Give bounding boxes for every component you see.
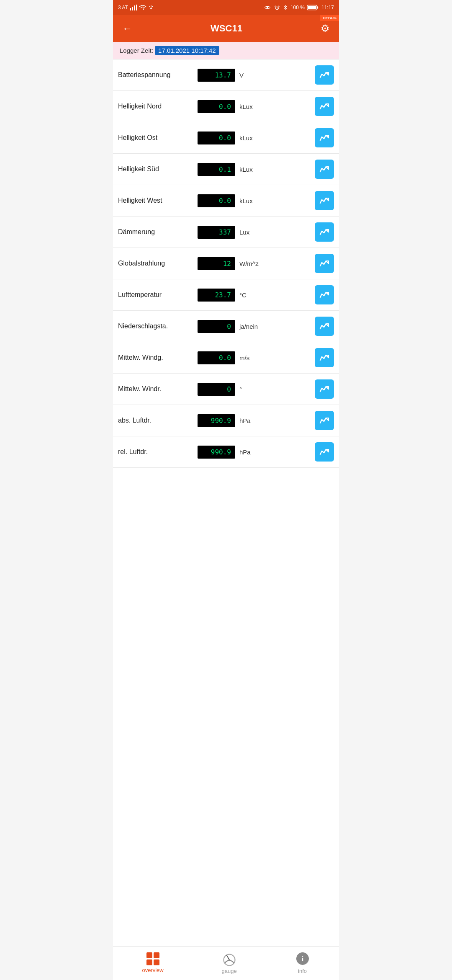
sensor-value: 0 xyxy=(198,320,235,333)
time-text: 11:17 xyxy=(321,5,334,10)
svg-point-4 xyxy=(267,7,268,8)
sensor-value: 12 xyxy=(198,257,235,270)
sensor-row: Helligkeit Ost0.0kLux xyxy=(113,122,339,154)
sensor-label: Dämmerung xyxy=(118,228,193,236)
debug-badge: DEBUG xyxy=(320,15,339,21)
sensor-value: 0.0 xyxy=(198,351,235,364)
chart-button[interactable] xyxy=(315,348,334,367)
chart-button[interactable] xyxy=(315,442,334,462)
svg-rect-2 xyxy=(134,5,135,10)
sensor-row: Dämmerung337Lux xyxy=(113,217,339,248)
sensor-value: 0.0 xyxy=(198,194,235,207)
signal-icon xyxy=(130,5,137,10)
sensor-unit: kLux xyxy=(239,134,265,142)
sensor-row: Helligkeit Nord0.0kLux xyxy=(113,91,339,122)
overview-icon xyxy=(146,952,159,965)
sensor-label: Helligkeit West xyxy=(118,197,193,204)
info-icon: i xyxy=(295,951,310,966)
sensor-label: Helligkeit Nord xyxy=(118,103,193,110)
chart-button[interactable] xyxy=(315,285,334,304)
sensor-label: Lufttemperatur xyxy=(118,291,193,299)
chart-button[interactable] xyxy=(315,97,334,116)
nav-overview[interactable]: overview xyxy=(134,952,172,973)
sensor-row: rel. Luftdr.990.9hPa xyxy=(113,436,339,468)
svg-rect-3 xyxy=(136,5,137,10)
sensor-value: 990.9 xyxy=(198,414,235,427)
back-button[interactable]: ← xyxy=(121,21,134,36)
chart-button[interactable] xyxy=(315,254,334,273)
sensor-value: 990.9 xyxy=(198,446,235,459)
app-header: ← WSC11 ⚙ xyxy=(113,15,339,42)
svg-rect-7 xyxy=(317,6,318,9)
chart-button[interactable] xyxy=(315,160,334,179)
svg-rect-1 xyxy=(132,7,133,10)
sensor-unit: W/m^2 xyxy=(239,260,265,267)
sensor-value: 0.0 xyxy=(198,100,235,113)
chart-button[interactable] xyxy=(315,317,334,336)
chart-button[interactable] xyxy=(315,222,334,242)
sensor-value: 0.1 xyxy=(198,163,235,176)
sensor-unit: hPa xyxy=(239,417,265,424)
sensor-unit: hPa xyxy=(239,449,265,456)
sensor-row: Mittelw. Windg.0.0m/s xyxy=(113,342,339,374)
nav-overview-label: overview xyxy=(142,967,163,973)
carrier-text: 3 AT xyxy=(118,5,128,10)
sensor-label: Helligkeit Süd xyxy=(118,165,193,173)
sensor-unit: kLux xyxy=(239,103,265,110)
chart-button[interactable] xyxy=(315,191,334,210)
eye-icon xyxy=(264,5,271,10)
page-title: WSC11 xyxy=(134,23,319,34)
logger-time: 17.01.2021 10:17:42 xyxy=(155,46,219,55)
battery-text: 100 % xyxy=(290,5,305,10)
sensor-value: 13.7 xyxy=(198,69,235,82)
sensor-row: abs. Luftdr.990.9hPa xyxy=(113,405,339,436)
svg-rect-0 xyxy=(130,8,131,10)
sensor-label: Globalstrahlung xyxy=(118,260,193,267)
sensor-unit: ja/nein xyxy=(239,323,265,330)
nav-gauge[interactable]: gauge xyxy=(213,951,245,974)
settings-button[interactable]: ⚙ xyxy=(319,21,331,36)
sensor-value: 337 xyxy=(198,226,235,239)
svg-text:i: i xyxy=(301,955,303,963)
sensor-unit: kLux xyxy=(239,197,265,204)
sensor-unit: °C xyxy=(239,291,265,299)
sensor-row: Niederschlagsta.0ja/nein xyxy=(113,311,339,342)
nav-info[interactable]: i info xyxy=(287,951,318,974)
chart-button[interactable] xyxy=(315,65,334,85)
sensor-unit: V xyxy=(239,72,265,79)
sensor-value: 0 xyxy=(198,383,235,396)
bluetooth-icon xyxy=(283,5,288,10)
svg-rect-8 xyxy=(308,6,316,9)
sensor-row: Mittelw. Windr.0° xyxy=(113,374,339,405)
sensor-unit: Lux xyxy=(239,229,265,236)
battery-icon xyxy=(307,5,319,10)
chart-button[interactable] xyxy=(315,128,334,147)
status-bar: 3 AT xyxy=(113,0,339,15)
sensor-unit: m/s xyxy=(239,354,265,361)
sensor-label: Mittelw. Windg. xyxy=(118,354,193,361)
sensor-row: Lufttemperatur23.7°C xyxy=(113,279,339,311)
sensor-label: Helligkeit Ost xyxy=(118,134,193,142)
nav-info-label: info xyxy=(298,968,307,974)
sensor-list: Batteriespannung13.7V Helligkeit Nord0.0… xyxy=(113,59,339,946)
sensor-label: Mittelw. Windr. xyxy=(118,385,193,393)
sensor-value: 0.0 xyxy=(198,132,235,144)
sensor-unit: ° xyxy=(239,386,265,393)
status-left: 3 AT xyxy=(118,5,154,10)
sensor-row: Helligkeit West0.0kLux xyxy=(113,185,339,217)
usb-icon xyxy=(148,5,154,10)
status-right: 100 % 11:17 xyxy=(264,5,334,10)
sensor-label: abs. Luftdr. xyxy=(118,417,193,424)
sensor-label: rel. Luftdr. xyxy=(118,448,193,456)
chart-button[interactable] xyxy=(315,379,334,399)
sensor-value: 23.7 xyxy=(198,289,235,302)
gauge-icon xyxy=(222,951,237,966)
wifi-icon xyxy=(139,5,146,10)
sensor-row: Helligkeit Süd0.1kLux xyxy=(113,154,339,185)
sensor-label: Batteriespannung xyxy=(118,71,193,79)
nav-gauge-label: gauge xyxy=(222,968,237,974)
svg-point-24 xyxy=(228,959,230,961)
chart-button[interactable] xyxy=(315,411,334,430)
logger-label: Logger Zeit: xyxy=(120,47,153,54)
sensor-label: Niederschlagsta. xyxy=(118,322,193,330)
